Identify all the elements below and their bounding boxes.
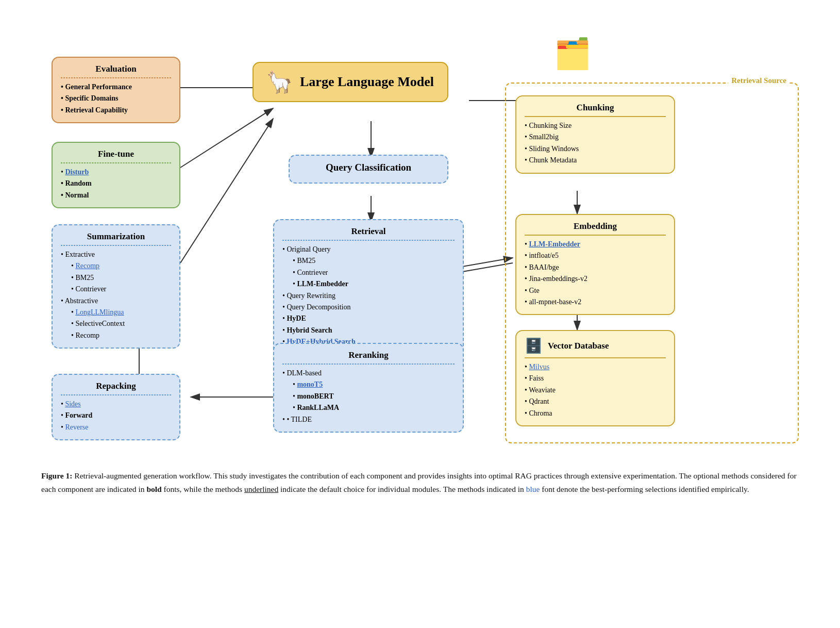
embedding-box: Embedding LLM-Embedder intfloat/e5 BAAI/…	[515, 214, 675, 315]
emb-gte: Gte	[525, 285, 666, 296]
db-icon: 🗄️	[525, 337, 543, 354]
summ-recomp: Recomp	[71, 260, 171, 272]
embedding-content: LLM-Embedder intfloat/e5 BAAI/bge Jina-e…	[525, 239, 666, 308]
retrieval-orig: Original Query	[282, 244, 455, 255]
vdb-chroma: Chroma	[525, 408, 666, 419]
eval-item-3: Retrieval Capability	[61, 105, 171, 116]
emb-jina: Jina-embeddings-v2	[525, 273, 666, 285]
vdb-faiss: Faiss	[525, 373, 666, 384]
eval-item-1: General Performance	[61, 81, 171, 93]
repacking-title: Repacking	[61, 381, 171, 391]
svg-line-9	[180, 108, 273, 168]
summ-contriever: Contriever	[71, 284, 171, 295]
finetune-content: Disturb Random Normal	[61, 167, 171, 201]
reranking-box: Reranking DLM-based monoT5 monoBERT Rank…	[273, 343, 464, 433]
caption-area: Figure 1: Retrieval-augmented generation…	[21, 469, 819, 497]
llama-icon: 🦙	[266, 71, 293, 93]
reranking-content: DLM-based monoT5 monoBERT RankLLaMA • TI…	[282, 368, 455, 425]
retrieval-rewriting: Query Rewriting	[282, 290, 455, 302]
main-container: Evaluation General Performance Specific …	[21, 21, 819, 497]
evaluation-title: Evaluation	[61, 64, 171, 74]
summ-bm25: BM25	[71, 272, 171, 284]
emb-baai: BAAI/bge	[525, 262, 666, 273]
emb-intfloat: intfloat/e5	[525, 250, 666, 261]
query-classification-box: Query Classification	[289, 155, 448, 184]
document-icon: 🗂️	[554, 36, 591, 71]
summarization-title: Summarization	[61, 232, 171, 242]
vdb-milvus: Milvus	[525, 361, 666, 373]
chunking-title: Chunking	[525, 103, 666, 113]
chunking-small2big: Small2big	[525, 131, 666, 143]
retrieval-decomp: Query Decomposition	[282, 302, 455, 313]
reranking-title: Reranking	[282, 350, 455, 360]
reranking-rankllama: RankLLaMA	[293, 402, 455, 414]
chunking-size: Chunking Size	[525, 120, 666, 131]
retrieval-source-label: Retrieval Source	[728, 76, 789, 85]
svg-line-8	[180, 119, 273, 263]
llm-inner: 🦙 Large Language Model	[266, 71, 435, 93]
repacking-content: Sides Forward Reverse	[61, 399, 171, 433]
summ-recomp2: Recomp	[71, 330, 171, 341]
finetune-title: Fine-tune	[61, 149, 171, 159]
caption-text: Retrieval-augmented generation workflow.…	[41, 471, 797, 493]
repacking-reverse: Reverse	[61, 422, 171, 433]
reranking-monot5: monoT5	[293, 379, 455, 390]
emb-llm: LLM-Embedder	[525, 239, 666, 250]
evaluation-content: General Performance Specific Domains Ret…	[61, 81, 171, 116]
vector-db-box: 🗄️ Vector Database Milvus Faiss Weaviate…	[515, 330, 675, 426]
retrieval-box: Retrieval Original Query BM25 Contriever…	[273, 219, 464, 355]
chunking-content: Chunking Size Small2big Sliding Windows …	[525, 120, 666, 167]
chunking-metadata: Chunk Metadata	[525, 155, 666, 166]
vdb-title: Vector Database	[548, 341, 609, 351]
vdb-content: Milvus Faiss Weaviate Qdrant Chroma	[525, 361, 666, 419]
finetune-item-1: Disturb	[61, 167, 171, 178]
caption-label: Figure 1:	[41, 471, 72, 480]
finetune-item-2: Random	[61, 178, 171, 189]
repacking-box: Repacking Sides Forward Reverse	[52, 374, 180, 440]
summarization-content: Extractive Recomp BM25 Contriever Abstra…	[61, 249, 171, 341]
vdb-weaviate: Weaviate	[525, 385, 666, 396]
retrieval-hybrid: Hybrid Search	[282, 325, 455, 336]
repacking-forward: Forward	[61, 410, 171, 421]
retrieval-contriever: Contriever	[293, 267, 455, 278]
retrieval-content: Original Query BM25 Contriever LLM-Embed…	[282, 244, 455, 348]
emb-mpnet: all-mpnet-base-v2	[525, 296, 666, 308]
query-classification-title: Query Classification	[298, 162, 439, 173]
retrieval-title: Retrieval	[282, 226, 455, 237]
summarization-box: Summarization Extractive Recomp BM25 Con…	[52, 224, 180, 349]
diagram-area: Evaluation General Performance Specific …	[21, 21, 819, 454]
evaluation-box: Evaluation General Performance Specific …	[52, 57, 180, 123]
vdb-qdrant: Qdrant	[525, 396, 666, 407]
reranking-monobert: monoBERT	[293, 391, 455, 402]
vdb-header: 🗄️ Vector Database	[525, 337, 666, 354]
reranking-dlm: DLM-based	[282, 368, 455, 379]
retrieval-hyde: HyDE	[282, 313, 455, 324]
reranking-tilde: • TILDE	[282, 414, 455, 425]
embedding-title: Embedding	[525, 221, 666, 232]
finetune-item-3: Normal	[61, 190, 171, 201]
llm-title: Large Language Model	[300, 74, 434, 90]
eval-item-2: Specific Domains	[61, 93, 171, 104]
chunking-sliding: Sliding Windows	[525, 143, 666, 155]
chunking-box: Chunking Chunking Size Small2big Sliding…	[515, 95, 675, 174]
llm-box: 🦙 Large Language Model	[253, 62, 448, 102]
summ-abstractive: Abstractive	[61, 295, 171, 307]
finetune-box: Fine-tune Disturb Random Normal	[52, 142, 180, 208]
summ-extractive: Extractive	[61, 249, 171, 260]
summ-selective: SelectiveContext	[71, 318, 171, 329]
repacking-sides: Sides	[61, 399, 171, 410]
retrieval-bm25: BM25	[293, 255, 455, 267]
summ-long: LongLLMlingua	[71, 307, 171, 318]
retrieval-llm-embedder: LLM-Embedder	[293, 278, 455, 290]
